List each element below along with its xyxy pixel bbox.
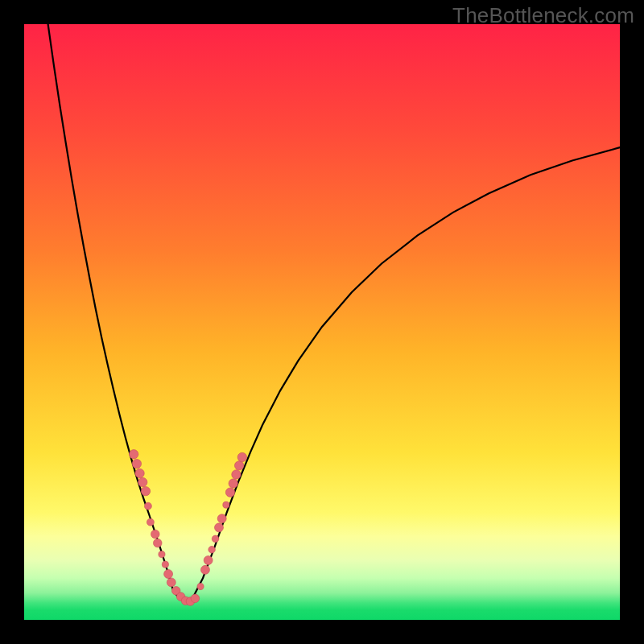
data-dot bbox=[135, 469, 144, 477]
data-dot bbox=[214, 523, 223, 532]
data-dot bbox=[144, 502, 151, 510]
data-dot bbox=[229, 479, 237, 488]
data-dot bbox=[223, 502, 229, 508]
data-dots-group bbox=[129, 450, 246, 606]
data-dot bbox=[200, 565, 209, 574]
data-dot bbox=[197, 583, 204, 589]
data-dot bbox=[164, 570, 173, 579]
data-dot bbox=[217, 514, 226, 523]
data-dot bbox=[167, 578, 175, 587]
chart-overlay bbox=[24, 24, 620, 620]
plot-area bbox=[24, 24, 620, 620]
data-dot bbox=[225, 488, 234, 497]
data-dot bbox=[159, 551, 165, 558]
data-dot bbox=[212, 535, 219, 543]
data-dot bbox=[147, 518, 154, 526]
data-dot bbox=[191, 594, 200, 603]
data-dot bbox=[138, 477, 147, 486]
data-dot bbox=[234, 461, 243, 470]
data-dot bbox=[153, 539, 162, 547]
data-dot bbox=[132, 459, 141, 468]
data-dot bbox=[237, 452, 246, 461]
data-dot bbox=[151, 530, 160, 539]
data-dot bbox=[162, 561, 168, 568]
chart-stage: TheBottleneck.com bbox=[0, 0, 644, 644]
data-dot bbox=[232, 470, 241, 479]
watermark-text: TheBottleneck.com bbox=[452, 3, 634, 28]
data-dot bbox=[129, 450, 138, 459]
bottleneck-curve bbox=[48, 24, 620, 602]
data-dot bbox=[208, 546, 216, 553]
data-dot bbox=[204, 556, 213, 565]
data-dot bbox=[141, 486, 150, 495]
